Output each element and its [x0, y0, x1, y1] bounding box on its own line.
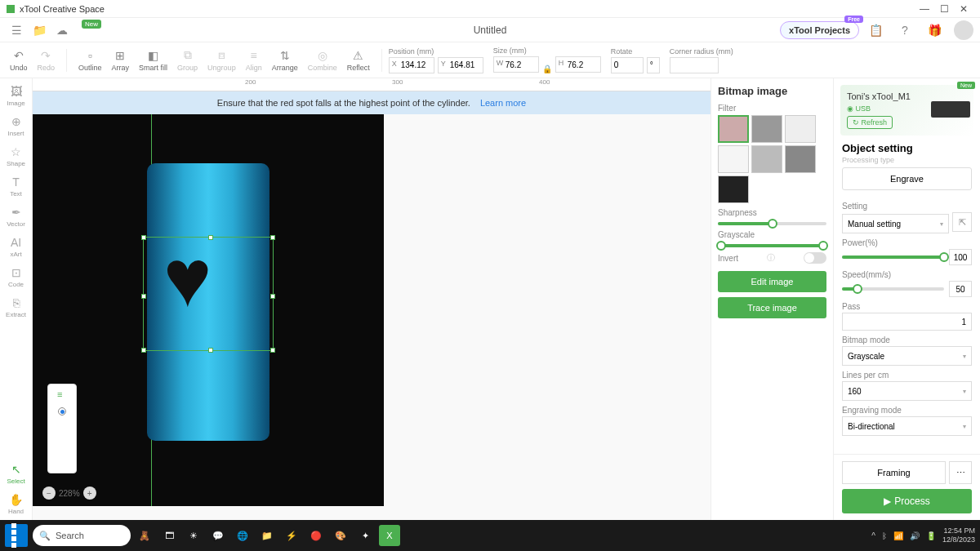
document-title: Untitled: [474, 24, 507, 36]
tray-bluetooth-icon[interactable]: ᛒ: [882, 531, 887, 540]
filter-thumb-5[interactable]: [751, 145, 782, 173]
taskbar-app-edge[interactable]: 🌐: [232, 525, 253, 546]
engraving-mode-label: Engraving mode: [842, 406, 972, 415]
image-tool[interactable]: 🖼Image: [2, 82, 31, 110]
select-tool[interactable]: ↖Select: [2, 460, 31, 488]
rotate-input[interactable]: [611, 57, 644, 73]
framing-more-button[interactable]: ⋯: [949, 461, 972, 484]
xart-tool[interactable]: AIxArt: [2, 233, 31, 261]
canvas-area[interactable]: 200 300 400 Ensure that the red spot fal…: [33, 78, 710, 520]
close-button[interactable]: ✕: [954, 3, 973, 15]
avatar[interactable]: [954, 20, 973, 40]
pass-input[interactable]: [842, 313, 972, 331]
position-prop: Position (mm) X Y: [384, 47, 488, 73]
text-tool[interactable]: TText: [2, 172, 31, 201]
filter-thumb-7[interactable]: [718, 176, 749, 203]
taskbar-app-6[interactable]: 🎨: [330, 525, 351, 546]
canvas-workpiece[interactable]: ≡ − 228% +: [33, 114, 384, 506]
refresh-button[interactable]: ↻ Refresh: [847, 116, 893, 129]
outline-button[interactable]: ▫Outline: [74, 42, 107, 78]
insert-tool[interactable]: ⊕Insert: [2, 112, 31, 140]
extract-tool[interactable]: ⎘Extract: [2, 293, 31, 322]
edit-image-button[interactable]: Edit image: [718, 271, 826, 292]
zoom-in-button[interactable]: +: [83, 487, 96, 500]
taskbar-clock[interactable]: 12:54 PM 12/8/2023: [942, 527, 975, 544]
tray-wifi-icon[interactable]: 📶: [893, 531, 903, 540]
zoom-out-button[interactable]: −: [42, 487, 56, 500]
shape-tool[interactable]: ☆Shape: [2, 142, 31, 171]
info-banner: Ensure that the red spot falls at the hi…: [33, 91, 710, 114]
app-icon: [7, 5, 15, 13]
arrange-button[interactable]: ⇅Arrange: [267, 42, 303, 78]
taskbar-app-2[interactable]: 🗔: [158, 525, 180, 546]
rotate-prop: Rotate: [606, 47, 665, 73]
filter-thumb-1[interactable]: [718, 115, 749, 143]
maximize-button[interactable]: ☐: [934, 3, 954, 15]
array-button[interactable]: ⊞Array: [107, 42, 135, 78]
float-icon[interactable]: ≡: [57, 389, 67, 399]
grayscale-slider[interactable]: [718, 244, 826, 247]
tray-volume-icon[interactable]: 🔊: [910, 531, 920, 540]
learn-more-link[interactable]: Learn more: [480, 98, 526, 108]
device-card: New Toni's xTool_M1 ◉ USB ↻ Refresh: [840, 85, 973, 136]
menu-icon[interactable]: ☰: [7, 20, 26, 40]
corner-input[interactable]: [670, 57, 719, 73]
tray-chevron-icon[interactable]: ^: [871, 531, 875, 540]
help-icon[interactable]: ?: [895, 20, 915, 40]
app-title: xTool Creative Space: [20, 4, 915, 14]
tray-battery-icon[interactable]: 🔋: [926, 531, 936, 540]
clipboard-icon[interactable]: 📋: [866, 20, 885, 40]
gift-icon[interactable]: 🎁: [924, 20, 944, 40]
trace-image-button[interactable]: Trace image: [718, 297, 826, 318]
bitmap-mode-select[interactable]: Grayscale▾: [842, 346, 972, 366]
speed-slider[interactable]: [842, 287, 944, 291]
cloud-icon[interactable]: ☁: [52, 20, 72, 40]
engrave-button[interactable]: Engrave: [842, 167, 972, 190]
taskbar-app-xtool[interactable]: X: [379, 525, 400, 546]
process-button[interactable]: ▶Process: [842, 489, 972, 513]
invert-toggle[interactable]: [804, 252, 826, 264]
taskbar-search[interactable]: 🔍 Search: [33, 525, 131, 546]
taskbar-app-chrome[interactable]: 🔴: [305, 525, 327, 546]
reflect-button[interactable]: ⚠Reflect: [342, 42, 375, 78]
minimize-button[interactable]: —: [915, 3, 934, 15]
float-radio[interactable]: [58, 407, 66, 415]
code-tool[interactable]: ⊡Code: [2, 263, 31, 291]
setting-select[interactable]: Manual setting▾: [842, 214, 949, 233]
power-slider[interactable]: [842, 256, 944, 259]
filter-thumb-2[interactable]: [751, 115, 782, 143]
group-button[interactable]: ⧉Group: [172, 42, 203, 78]
align-button[interactable]: ≡Align: [241, 42, 267, 78]
start-button[interactable]: [5, 524, 28, 547]
taskbar-app-7[interactable]: ✦: [354, 525, 376, 546]
filter-thumb-6[interactable]: [785, 145, 816, 173]
filter-thumb-3[interactable]: [785, 115, 816, 143]
lock-icon[interactable]: 🔒: [542, 64, 552, 73]
engraving-mode-select[interactable]: Bi-directional▾: [842, 416, 972, 436]
taskbar-app-4[interactable]: 💬: [207, 525, 229, 546]
device-name: Toni's xTool_M1: [847, 91, 967, 101]
lines-select[interactable]: 160▾: [842, 381, 972, 401]
taskbar-app-1[interactable]: 🧸: [134, 525, 155, 546]
filter-thumb-4[interactable]: [718, 145, 749, 173]
taskbar-app-5[interactable]: ⚡: [281, 525, 302, 546]
speed-value[interactable]: 50: [949, 281, 972, 297]
taskbar-app-explorer[interactable]: 📁: [256, 525, 278, 546]
vector-tool[interactable]: ✒Vector: [2, 202, 31, 231]
taskbar-app-3[interactable]: ☀: [183, 525, 204, 546]
hand-tool[interactable]: ✋Hand: [2, 490, 31, 518]
power-label: Power(%): [842, 238, 972, 247]
selection-box[interactable]: [143, 237, 274, 351]
sharpness-slider[interactable]: [718, 222, 826, 225]
projects-button[interactable]: xTool Projects Free: [780, 21, 859, 39]
redo-button[interactable]: ↷Redo: [33, 42, 60, 78]
undo-button[interactable]: ↶Undo: [5, 42, 33, 78]
setting-label: Setting: [842, 202, 972, 211]
combine-button[interactable]: ◎Combine: [303, 42, 342, 78]
setting-extra-button[interactable]: ⇱: [952, 212, 972, 232]
smartfill-button[interactable]: ◧Smart fill: [134, 42, 172, 78]
power-value[interactable]: 100: [949, 249, 972, 265]
framing-button[interactable]: Framing: [842, 461, 946, 484]
ungroup-button[interactable]: ⧈Ungroup: [203, 42, 241, 78]
folder-icon[interactable]: 📁: [29, 20, 49, 40]
